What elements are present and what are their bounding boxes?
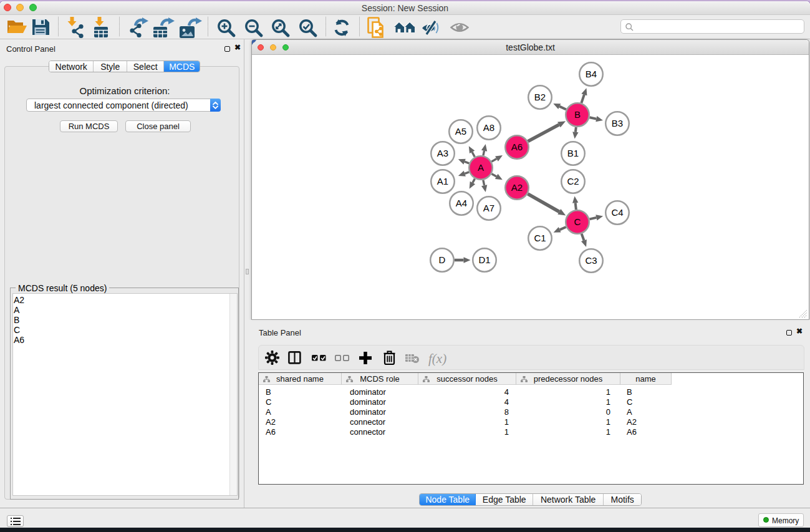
- svg-text:C: C: [574, 216, 581, 227]
- svg-text:B: B: [574, 109, 581, 120]
- svg-text:B2: B2: [534, 92, 546, 102]
- svg-text:C2: C2: [567, 176, 579, 186]
- svg-text:A6: A6: [511, 142, 523, 152]
- svg-text:B4: B4: [586, 69, 597, 79]
- svg-text:A1: A1: [437, 176, 448, 186]
- svg-text:C4: C4: [611, 207, 623, 218]
- svg-text:A7: A7: [483, 203, 494, 213]
- svg-text:B3: B3: [612, 118, 623, 128]
- svg-text:B1: B1: [567, 148, 579, 158]
- svg-text:A5: A5: [455, 126, 466, 137]
- svg-text:A4: A4: [456, 198, 467, 208]
- svg-text:C3: C3: [585, 255, 597, 266]
- svg-text:A3: A3: [437, 148, 448, 158]
- svg-text:D: D: [439, 254, 446, 265]
- svg-text:A: A: [478, 162, 484, 173]
- svg-text:A8: A8: [483, 122, 494, 133]
- svg-text:D1: D1: [478, 254, 490, 265]
- svg-text:A2: A2: [511, 182, 523, 193]
- svg-text:C1: C1: [534, 233, 546, 243]
